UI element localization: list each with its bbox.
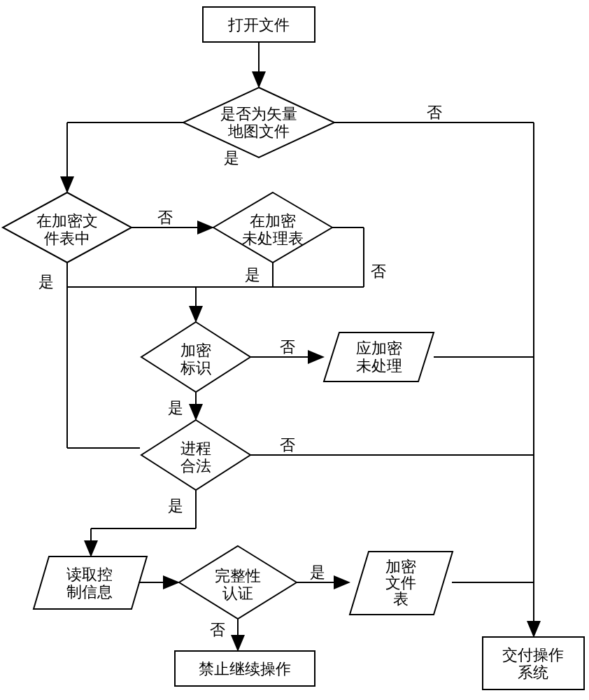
no-label-1: 否 xyxy=(427,104,442,121)
read-control-info-label-1: 读取控 xyxy=(66,566,113,583)
integrity-auth-label-2: 认证 xyxy=(222,584,253,602)
yes-label-1: 是 xyxy=(224,149,239,167)
yes-label-3: 是 xyxy=(38,273,54,290)
encrypted-file-table-label-2: 文件 xyxy=(385,574,416,592)
encrypted-file-table-label-3: 表 xyxy=(393,590,409,608)
is-vector-map-label-1: 是否为矢量 xyxy=(220,105,297,122)
encrypted-file-table-label-1: 加密 xyxy=(385,558,416,575)
process-legal-label-1: 进程 xyxy=(180,440,211,457)
yes-label-5: 是 xyxy=(168,497,183,514)
yes-label-4: 是 xyxy=(168,399,183,416)
in-encrypted-table-label-2: 件表中 xyxy=(44,230,90,247)
read-control-info-label-2: 制信息 xyxy=(66,583,113,601)
no-label-5: 否 xyxy=(280,436,295,454)
forbid-continue-label: 禁止继续操作 xyxy=(199,660,291,678)
in-encrypted-table-label-1: 在加密文 xyxy=(36,212,98,230)
yes-label-6: 是 xyxy=(310,564,325,581)
flowchart-diagram: 打开文件 是否为矢量 地图文件 否 是 在加密文 件表中 否 在加密 未处理表 … xyxy=(0,0,589,700)
integrity-auth-label-1: 完整性 xyxy=(215,567,261,584)
encrypt-flag-label-1: 加密 xyxy=(180,342,211,359)
deliver-os-label-1: 交付操作 xyxy=(502,646,564,664)
in-unprocessed-table-label-2: 未处理表 xyxy=(242,230,304,247)
in-unprocessed-table-label-1: 在加密 xyxy=(250,212,296,230)
no-label-4: 否 xyxy=(280,338,295,356)
process-legal-label-2: 合法 xyxy=(180,457,211,475)
deliver-os-label-2: 系统 xyxy=(518,664,548,681)
no-label-6: 否 xyxy=(210,621,225,638)
is-vector-map-label-2: 地图文件 xyxy=(227,122,290,140)
should-encrypt-unprocessed-label-2: 未处理 xyxy=(356,357,402,374)
should-encrypt-unprocessed-label-1: 应加密 xyxy=(356,340,402,357)
open-file-label: 打开文件 xyxy=(227,16,290,34)
no-label-3: 否 xyxy=(371,262,386,280)
yes-label-2: 是 xyxy=(245,266,260,284)
no-label-2: 否 xyxy=(157,209,173,226)
encrypt-flag-label-2: 标识 xyxy=(180,359,211,377)
